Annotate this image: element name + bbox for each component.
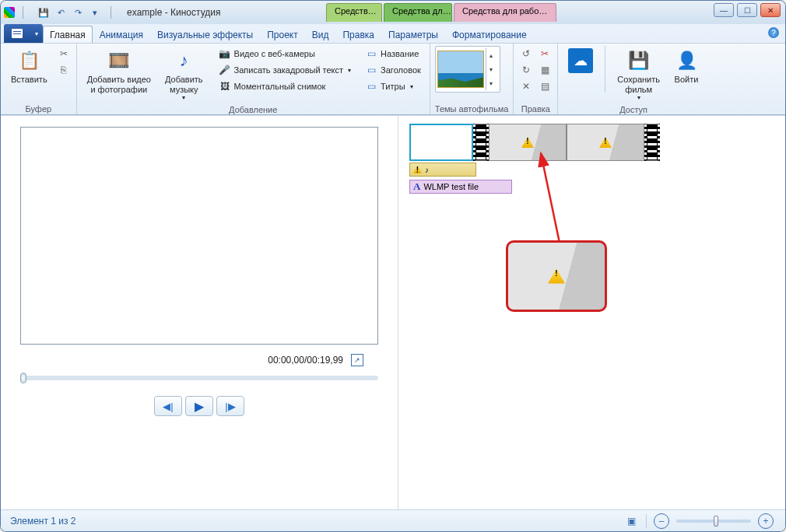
themes-gallery[interactable]: ▴▾▾: [435, 46, 500, 93]
window-title: example - Киностудия: [127, 7, 220, 18]
save-button[interactable]: 💾: [36, 5, 51, 20]
warning-icon: [413, 166, 422, 173]
tab-options[interactable]: Параметры: [381, 26, 445, 43]
clip-blank[interactable]: [409, 124, 473, 161]
video-photos-icon: 🎞️: [107, 48, 132, 73]
next-frame-button[interactable]: |▶: [216, 396, 244, 416]
status-text: Элемент 1 из 2: [10, 516, 76, 527]
context-tab-3[interactable]: Средства для рабо…: [454, 3, 556, 22]
text-track[interactable]: A WLMP test file: [409, 180, 512, 194]
play-button[interactable]: ▶: [185, 396, 213, 416]
paste-label: Вставить: [11, 75, 47, 85]
theme-thumbnail[interactable]: [437, 51, 484, 88]
clip-missing-2[interactable]: [567, 124, 644, 161]
cut-button[interactable]: ✂: [56, 46, 72, 61]
app-window: 💾 ↶ ↷ ▾ example - Киностудия Средств… Ср…: [0, 0, 786, 532]
app-icon: [4, 7, 15, 18]
content-area: 00:00,00/00:19,99 ↗ ◀| ▶ |▶ ♪: [1, 115, 785, 509]
preview-monitor: [20, 127, 378, 345]
webcam-icon: 📷: [219, 47, 231, 60]
prev-frame-button[interactable]: ◀|: [154, 396, 182, 416]
add-caption-button[interactable]: ▭Заголовок: [361, 62, 425, 78]
quick-access-toolbar: 💾 ↶ ↷ ▾: [36, 5, 103, 20]
paste-button[interactable]: 📋 Вставить: [5, 46, 53, 87]
close-button[interactable]: ✕: [760, 3, 781, 17]
warning-icon: [599, 137, 612, 148]
status-bar: Элемент 1 из 2 ▣ – +: [1, 509, 785, 531]
fullscreen-icon[interactable]: ↗: [351, 354, 363, 366]
tab-format[interactable]: Форматирование: [445, 26, 534, 43]
add-video-button[interactable]: 🎞️ Добавить видео и фотографии: [82, 46, 156, 96]
save-movie-button[interactable]: 💾 Сохранить фильм ▾: [612, 46, 665, 103]
record-narration-button[interactable]: 🎤Записать закадровый текст▾: [215, 62, 356, 78]
rotate-right-button[interactable]: ↻: [518, 62, 534, 78]
minimize-button[interactable]: —: [714, 3, 734, 17]
add-video-label: Добавить видео и фотографии: [87, 75, 151, 94]
context-tab-1[interactable]: Средств…: [326, 3, 382, 22]
group-clipboard: 📋 Вставить ✂ ⎘ Буфер: [1, 44, 77, 114]
add-credits-button[interactable]: ▭Титры▾: [361, 79, 425, 94]
tab-animation[interactable]: Анимация: [93, 26, 150, 43]
group-edit: ↺ ↻ ✕ ✂ ▦ ▤ Правка: [514, 44, 558, 114]
playback-controls: ◀| ▶ |▶: [16, 396, 382, 416]
time-display: 00:00,00/00:19,99: [268, 355, 343, 366]
microphone-icon: 🎤: [219, 64, 231, 76]
group-add: 🎞️ Добавить видео и фотографии ♪ Добавит…: [77, 44, 430, 114]
group-edit-label: Правка: [518, 103, 553, 114]
clip-missing-1[interactable]: [489, 124, 567, 161]
seek-thumb[interactable]: [20, 373, 26, 383]
help-icon[interactable]: ?: [768, 27, 779, 38]
signin-label: Войти: [675, 75, 699, 85]
tool-button-3[interactable]: ▤: [537, 79, 553, 94]
group-themes-label: Темы автофильма: [435, 103, 509, 114]
view-mode-button[interactable]: ▣: [623, 513, 639, 529]
clip-transition-2[interactable]: [644, 124, 660, 161]
tab-edit[interactable]: Правка: [335, 26, 381, 43]
rotate-left-button[interactable]: ↺: [518, 46, 534, 61]
audio-track[interactable]: ♪: [409, 163, 476, 177]
delete-button[interactable]: ✕: [518, 79, 534, 94]
text-icon: A: [413, 180, 420, 193]
select-all-button[interactable]: ✂: [537, 46, 553, 61]
redo-button[interactable]: ↷: [70, 5, 86, 20]
webcam-video-button[interactable]: 📷Видео с веб-камеры: [215, 46, 356, 61]
audio-note-icon: ♪: [425, 166, 429, 174]
zoom-out-button[interactable]: –: [654, 513, 669, 529]
zoom-in-button[interactable]: +: [758, 513, 774, 529]
warning-icon: [521, 137, 534, 148]
ribbon-body: 📋 Вставить ✂ ⎘ Буфер 🎞️ Добавить видео и…: [1, 43, 785, 114]
copy-button[interactable]: ⎘: [56, 62, 72, 78]
tab-project[interactable]: Проект: [260, 26, 305, 43]
video-track: [409, 124, 774, 161]
title-bar: 💾 ↶ ↷ ▾ example - Киностудия Средств… Ср…: [1, 1, 785, 24]
maximize-button[interactable]: ☐: [737, 3, 757, 17]
gallery-expand[interactable]: ▴▾▾: [486, 48, 497, 90]
svg-line-0: [541, 153, 560, 247]
timeline-pane: ♪ A WLMP test file: [398, 116, 785, 509]
add-music-button[interactable]: ♪ Добавить музыку ▾: [160, 46, 209, 103]
tab-view[interactable]: Вид: [305, 26, 336, 43]
add-title-button[interactable]: ▭Название: [361, 46, 425, 61]
qat-more-button[interactable]: ▾: [87, 5, 103, 20]
title-icon: ▭: [365, 47, 377, 60]
group-add-label: Добавление: [82, 103, 425, 115]
tab-visual-effects[interactable]: Визуальные эффекты: [150, 26, 260, 43]
user-icon: 👤: [674, 48, 699, 73]
clip-transition[interactable]: [473, 124, 489, 161]
preview-pane: 00:00,00/00:19,99 ↗ ◀| ▶ |▶: [1, 116, 398, 509]
onedrive-button[interactable]: ☁: [563, 46, 598, 77]
zoom-slider[interactable]: [676, 520, 751, 523]
seek-bar[interactable]: [20, 376, 378, 380]
group-clipboard-label: Буфер: [5, 103, 72, 114]
tool-button-2[interactable]: ▦: [537, 62, 553, 78]
context-tab-2[interactable]: Средства дл…: [384, 3, 452, 22]
text-clip-label: WLMP test file: [423, 182, 479, 191]
signin-button[interactable]: 👤 Войти: [668, 46, 704, 87]
file-menu[interactable]: [4, 24, 43, 43]
undo-button[interactable]: ↶: [53, 5, 68, 20]
snapshot-button[interactable]: 🖼Моментальный снимок: [215, 79, 356, 94]
add-music-label: Добавить музыку: [165, 75, 203, 94]
zoom-slider-thumb[interactable]: [714, 516, 718, 527]
ribbon-tabs: Главная Анимация Визуальные эффекты Прое…: [1, 24, 785, 43]
tab-home[interactable]: Главная: [43, 26, 93, 43]
